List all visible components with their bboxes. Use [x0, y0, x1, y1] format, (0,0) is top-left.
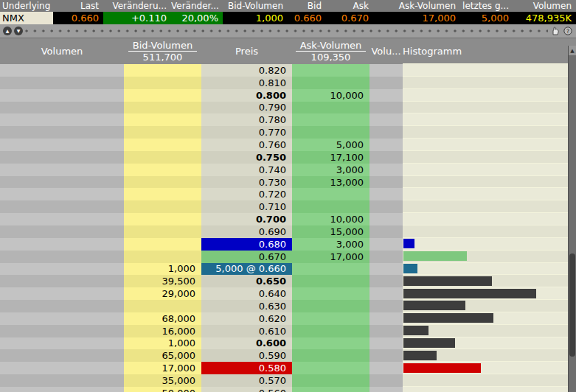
price-cell[interactable]: 0.630 [201, 300, 292, 312]
bid-volume-cell[interactable] [124, 238, 201, 251]
bid-volume-cell[interactable]: 35,000 [124, 374, 201, 387]
ask-volume-cell[interactable] [292, 337, 369, 350]
price-cell[interactable]: 0.780 [201, 113, 292, 126]
bid-volume-cell[interactable]: 68,000 [124, 312, 201, 325]
ask-volume-cell[interactable]: 15,000 [292, 225, 369, 238]
volume-cell [0, 287, 124, 300]
ask-volume-cell[interactable] [292, 64, 369, 77]
price-cell[interactable]: 0.770 [201, 126, 292, 139]
price-cell[interactable]: 0.800 [201, 89, 292, 102]
bid-volume-cell[interactable] [124, 139, 201, 151]
bid-volume-cell[interactable] [124, 300, 201, 312]
price-cell[interactable]: 0.690 [201, 225, 292, 238]
price-cell[interactable]: 0.640 [201, 287, 292, 300]
price-cell[interactable]: 0.610 [201, 325, 292, 337]
scrollbar-thumb[interactable] [569, 253, 575, 357]
ask-volume-cell[interactable] [292, 374, 369, 387]
bid-volume-cell[interactable] [124, 64, 201, 77]
volu-cell [369, 164, 403, 176]
ask-volume-cell[interactable]: 13,000 [292, 176, 369, 189]
price-cell[interactable]: 0.620 [201, 312, 292, 325]
price-cell[interactable]: 0.580 [201, 362, 292, 374]
bid-volume-cell[interactable]: 17,000 [124, 362, 201, 374]
price-cell[interactable]: 0.760 [201, 139, 292, 151]
volume-cell [0, 337, 124, 350]
ask-volume-cell[interactable] [292, 102, 369, 114]
bid-volume-cell[interactable]: 50,000 [124, 387, 201, 392]
ask-volume-cell[interactable]: 10,000 [292, 89, 369, 102]
price-cell[interactable]: 0.590 [201, 349, 292, 362]
bid-volume-cell[interactable] [124, 89, 201, 102]
bid-volume-cell[interactable] [124, 151, 201, 164]
volume-cell [0, 225, 124, 238]
price-cell[interactable]: 0.600 [201, 337, 292, 350]
bid-volume-cell[interactable]: 29,000 [124, 287, 201, 300]
ask-volume-cell[interactable] [292, 325, 369, 337]
ask-volume-cell[interactable] [292, 362, 369, 374]
bid-volume-cell[interactable] [124, 77, 201, 89]
ask-volume-cell[interactable]: 3,000 [292, 164, 369, 176]
bid-volume-cell[interactable] [124, 200, 201, 213]
ask-volume-cell[interactable] [292, 387, 369, 392]
bid-volume-cell[interactable]: 65,000 [124, 349, 201, 362]
price-cell[interactable]: 0.560 [201, 387, 292, 392]
volu-cell [369, 337, 403, 350]
bid-volume-cell[interactable] [124, 225, 201, 238]
help-icon[interactable]: ? [563, 26, 573, 36]
ask-volume-cell[interactable] [292, 263, 369, 276]
price-cell[interactable]: 5,000 @ 0.660 [201, 263, 292, 276]
quote-header-change-pct: Veränder... [171, 1, 223, 11]
bid-volume-cell[interactable] [124, 113, 201, 126]
price-cell[interactable]: 0.720 [201, 188, 292, 200]
bid-volume-cell[interactable]: 1,000 [124, 337, 201, 350]
bid-volume-cell[interactable]: 1,000 [124, 263, 201, 276]
price-cell[interactable]: 0.730 [201, 176, 292, 189]
ask-volume-cell[interactable]: 17,000 [292, 251, 369, 263]
volume-cell [0, 89, 124, 102]
price-cell[interactable]: 0.710 [201, 200, 292, 213]
bid-volume-cell[interactable] [124, 164, 201, 176]
bid-volume-cell[interactable] [124, 213, 201, 225]
ask-volume-cell[interactable]: 5,000 [292, 139, 369, 151]
scrollbar-up-button[interactable]: ▲ [569, 46, 576, 55]
histogram-cell [403, 300, 576, 312]
price-cell[interactable]: 0.570 [201, 374, 292, 387]
ask-volume-cell[interactable] [292, 300, 369, 312]
bid-volume-cell[interactable]: 39,500 [124, 275, 201, 287]
vertical-scrollbar[interactable]: ▲ [568, 46, 576, 392]
bid-volume-cell[interactable] [124, 102, 201, 114]
ask-volume-cell[interactable]: 10,000 [292, 213, 369, 225]
drag-grip[interactable] [25, 24, 548, 38]
ask-volume-cell[interactable]: 3,000 [292, 238, 369, 251]
scroll-down-button[interactable]: ▼ [14, 27, 23, 35]
ask-volume-cell[interactable] [292, 312, 369, 325]
column-header-histogramm: Histogramm [403, 38, 576, 64]
bid-volume-cell[interactable] [124, 176, 201, 189]
price-cell[interactable]: 0.670 [201, 251, 292, 263]
ask-volume-cell[interactable] [292, 77, 369, 89]
ask-volume-cell[interactable]: 17,100 [292, 151, 369, 164]
depth-row: 65,0000.590 [0, 349, 576, 362]
ask-volume-cell[interactable] [292, 349, 369, 362]
ask-volume-cell[interactable] [292, 113, 369, 126]
ask-volume-cell[interactable] [292, 275, 369, 287]
hand-tool-icon[interactable] [550, 26, 561, 36]
price-cell[interactable]: 0.740 [201, 164, 292, 176]
ask-volume-cell[interactable] [292, 200, 369, 213]
ask-volume-cell[interactable] [292, 126, 369, 139]
bid-volume-cell[interactable] [124, 251, 201, 263]
bid-volume-cell[interactable] [124, 126, 201, 139]
bid-volume-cell[interactable] [124, 188, 201, 200]
price-cell[interactable]: 0.680 [201, 238, 292, 251]
price-cell[interactable]: 0.650 [201, 275, 292, 287]
ask-volume-cell[interactable] [292, 287, 369, 300]
bid-volume-cell[interactable]: 16,000 [124, 325, 201, 337]
price-cell[interactable]: 0.790 [201, 102, 292, 114]
ask-volume-cell[interactable] [292, 188, 369, 200]
price-cell[interactable]: 0.820 [201, 64, 292, 77]
price-cell[interactable]: 0.750 [201, 151, 292, 164]
price-cell[interactable]: 0.700 [201, 213, 292, 225]
scroll-up-button[interactable]: ▲ [3, 27, 12, 35]
price-cell[interactable]: 0.810 [201, 77, 292, 89]
volume-cell [0, 325, 124, 337]
